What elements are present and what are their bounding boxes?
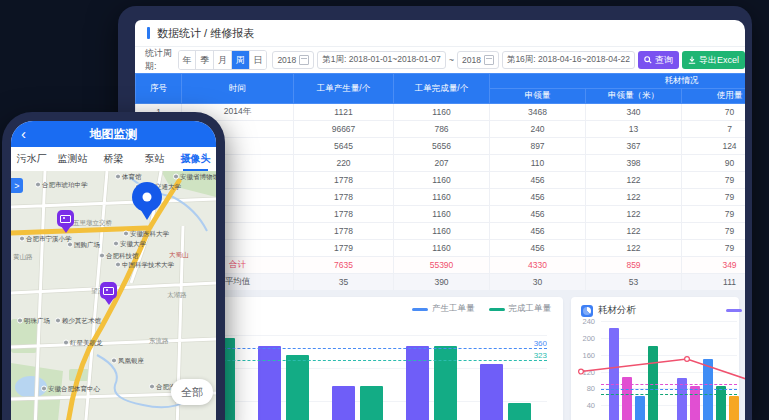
table-cell: 13 [586, 121, 682, 138]
period-option-周[interactable]: 周 [232, 51, 250, 69]
selected-location-pin-icon[interactable] [132, 182, 162, 212]
desktop-screen: 数据统计 / 维修报表 统计周期: 年季月周日 2018 第1周: 2018-0… [135, 20, 745, 420]
table-cell: 1778 [294, 172, 394, 189]
table-cell: 110 [490, 155, 586, 172]
table-cell: 5645 [294, 138, 394, 155]
table-row: 356455656897367124129 [136, 138, 746, 155]
table-cell: 79 [682, 223, 746, 240]
table-cell: 1160 [394, 189, 490, 206]
table-cell: 122 [586, 172, 682, 189]
end-year-select[interactable]: 2018 [457, 51, 499, 69]
legend-item-完成工单量[interactable]: 完成工单量 [489, 303, 552, 315]
filter-label: 统计周期: [145, 47, 175, 73]
table-cell: 79 [682, 206, 746, 223]
chart-title: 耗材分析 [581, 304, 636, 317]
map-label: 安徽大学 [113, 240, 146, 249]
tab-泵站[interactable]: 泵站 [134, 147, 175, 171]
calendar-icon [484, 55, 494, 65]
legend-item-产生工单量[interactable]: 产生工单量 [412, 303, 475, 315]
filter-bar: 统计周期: 年季月周日 2018 第1周: 2018-01-01~2018-01… [135, 47, 745, 73]
back-chevron-icon[interactable]: ‹ [21, 124, 26, 144]
table-cell: 79 [682, 240, 746, 257]
bar-产生工单量-3 [406, 346, 429, 420]
reference-label: 360 [534, 339, 547, 348]
table-cell: 79 [682, 172, 746, 189]
camera-marker-icon-0[interactable] [57, 210, 74, 227]
breadcrumb: 数据统计 / 维修报表 [135, 20, 745, 47]
charts-area: 产生工单量完成工单量 360323 耗材分析 2402001601208040 [135, 290, 745, 420]
tab-摄像头[interactable]: 摄像头 [175, 147, 216, 171]
tab-污水厂[interactable]: 污水厂 [11, 147, 52, 171]
map-label: 红星美凯龙 [63, 339, 103, 348]
phone-mockup: ‹ 地图监测 污水厂监测站桥梁泵站摄像头 [2, 112, 225, 420]
phone-tab-bar: 污水厂监测站桥梁泵站摄像头 [11, 147, 216, 172]
table-cell: 7635 [294, 257, 394, 274]
start-year-select[interactable]: 2018 [272, 51, 314, 69]
table-cell: 456 [490, 206, 586, 223]
map-label: 赖少其艺术馆 [55, 317, 101, 326]
reference-label: 323 [534, 351, 547, 360]
download-icon [688, 56, 696, 64]
table-cell: 1778 [294, 206, 394, 223]
chart-legend: 产生工单量完成工单量 [412, 303, 551, 315]
legend-label: 产生工单量 [432, 303, 475, 315]
table-cell: 70 [682, 104, 746, 121]
table-cell: 7 [682, 121, 746, 138]
table-cell: 1160 [394, 206, 490, 223]
map-label: 东流路 [149, 337, 169, 346]
period-option-月[interactable]: 月 [214, 51, 232, 69]
table-cell: 1778 [294, 189, 394, 206]
range-separator: ~ [449, 55, 454, 65]
table-cell: 349 [682, 257, 746, 274]
period-option-季[interactable]: 季 [196, 51, 214, 69]
pie-chart-icon [581, 305, 593, 317]
search-icon [644, 56, 652, 64]
col-sub-2: 使用量 [682, 89, 746, 104]
clipped-legend-swatch [726, 309, 742, 312]
table-cell: 1160 [394, 223, 490, 240]
table-cell: 4330 [490, 257, 586, 274]
table-cell: 122 [586, 206, 682, 223]
tab-监测站[interactable]: 监测站 [52, 147, 93, 171]
table-header: 序号 时间 工单产生量/个 工单完成量/个 耗材情况 申领量 申领量（米） 使用… [136, 74, 746, 104]
period-option-日[interactable]: 日 [250, 51, 267, 69]
all-filter-button[interactable]: 全部 [171, 379, 213, 405]
bar-产生工单量-2 [332, 386, 355, 420]
map-label: 明珠广场 [17, 317, 50, 326]
table-cell: 1121 [294, 104, 394, 121]
table-cell: 1160 [394, 104, 490, 121]
table-cell: 456 [490, 240, 586, 257]
bar-完成工单量-3 [434, 346, 457, 420]
table-cell: 390 [394, 274, 490, 291]
breadcrumb-text: 数据统计 / 维修报表 [157, 26, 254, 41]
phone-page-title: 地图监测 [90, 126, 138, 143]
col-sub-0: 申领量 [490, 89, 586, 104]
export-excel-button[interactable]: 导出Excel [682, 51, 745, 69]
tab-桥梁[interactable]: 桥梁 [93, 147, 134, 171]
table-cell: 1778 [294, 223, 394, 240]
map-label: 凤凰银座 [111, 357, 144, 366]
panel-expander-button[interactable]: > [11, 178, 23, 193]
map-label: 中国科学技术大学 [115, 261, 174, 270]
query-button[interactable]: 查询 [638, 51, 679, 69]
map-label: 五里墩立交桥 [73, 219, 112, 228]
map-view[interactable]: > 全部 合肥市琥珀中学体育馆安徽交通大学安徽省博物馆五里墩立交桥安徽医科大学合… [11, 171, 216, 420]
table-row: 7177811604561227967 [136, 206, 746, 223]
start-week-input[interactable]: 第1周: 2018-01-01~2018-01-07 [317, 51, 445, 69]
table-cell: 1160 [394, 240, 490, 257]
table-cell: 90 [682, 155, 746, 172]
map-label: 黄山路 [13, 253, 33, 262]
consumable-bar-line-chart: 2402001601208040 [579, 319, 737, 420]
map-label: 合肥市琥珀中学 [35, 181, 88, 190]
map-label: 国购广场 [67, 241, 100, 250]
table-cell: 122 [586, 189, 682, 206]
table-cell: 367 [586, 138, 682, 155]
col-seq: 序号 [136, 74, 182, 104]
camera-marker-icon-1[interactable] [100, 282, 117, 299]
table-cell: 55390 [394, 257, 490, 274]
table-cell: 456 [490, 189, 586, 206]
table-cell: 859 [586, 257, 682, 274]
period-option-年[interactable]: 年 [179, 51, 197, 69]
end-week-input[interactable]: 第16周: 2018-04-16~2018-04-22 [502, 51, 635, 69]
bar-完成工单量-1 [286, 355, 309, 420]
